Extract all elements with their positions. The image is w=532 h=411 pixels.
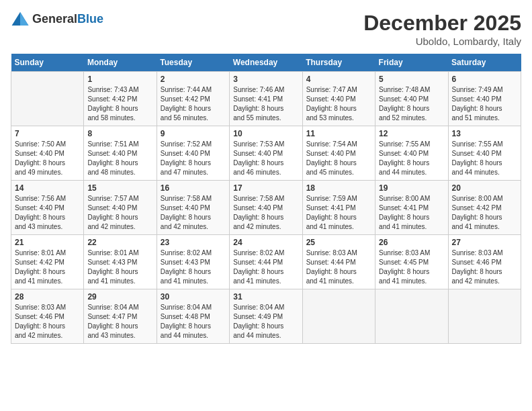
day-info: Sunrise: 7:56 AMSunset: 4:40 PMDaylight:… — [15, 194, 80, 232]
calendar-cell — [302, 289, 375, 344]
calendar-table: SundayMondayTuesdayWednesdayThursdayFrid… — [11, 54, 521, 344]
day-number: 12 — [379, 129, 444, 138]
day-number: 29 — [87, 292, 152, 302]
calendar-cell — [11, 72, 84, 126]
day-number: 21 — [15, 238, 80, 247]
month-title: December 2025 — [363, 11, 521, 36]
weekday-header-tuesday: Tuesday — [157, 54, 229, 72]
day-number: 20 — [452, 183, 517, 193]
day-number: 25 — [306, 238, 371, 247]
day-number: 14 — [15, 183, 80, 193]
calendar-cell: 11Sunrise: 7:54 AMSunset: 4:40 PMDayligh… — [302, 126, 375, 181]
calendar-cell: 9Sunrise: 7:52 AMSunset: 4:40 PMDaylight… — [157, 126, 229, 181]
day-number: 13 — [452, 129, 517, 138]
day-info: Sunrise: 7:48 AMSunset: 4:40 PMDaylight:… — [379, 85, 444, 123]
day-number: 22 — [87, 238, 152, 247]
calendar-cell: 19Sunrise: 8:00 AMSunset: 4:41 PMDayligh… — [375, 181, 448, 235]
day-info: Sunrise: 8:00 AMSunset: 4:41 PMDaylight:… — [379, 194, 444, 232]
calendar-cell: 7Sunrise: 7:50 AMSunset: 4:40 PMDaylight… — [11, 126, 84, 181]
weekday-header-row: SundayMondayTuesdayWednesdayThursdayFrid… — [11, 54, 521, 72]
title-block: December 2025 Uboldo, Lombardy, Italy — [363, 11, 521, 47]
day-info: Sunrise: 7:43 AMSunset: 4:42 PMDaylight:… — [87, 85, 152, 123]
day-number: 4 — [306, 75, 371, 84]
location-subtitle: Uboldo, Lombardy, Italy — [363, 36, 521, 47]
calendar-cell: 30Sunrise: 8:04 AMSunset: 4:48 PMDayligh… — [157, 289, 229, 344]
calendar-cell: 26Sunrise: 8:03 AMSunset: 4:45 PMDayligh… — [375, 235, 448, 289]
page-header: GeneralBlue December 2025 Uboldo, Lombar… — [11, 11, 521, 47]
day-info: Sunrise: 7:57 AMSunset: 4:40 PMDaylight:… — [87, 194, 152, 232]
day-info: Sunrise: 8:01 AMSunset: 4:43 PMDaylight:… — [87, 248, 152, 286]
day-number: 9 — [161, 129, 226, 138]
calendar-cell: 12Sunrise: 7:55 AMSunset: 4:40 PMDayligh… — [375, 126, 448, 181]
logo-blue-text: Blue — [77, 12, 103, 26]
day-number: 10 — [233, 129, 298, 138]
day-info: Sunrise: 8:04 AMSunset: 4:48 PMDaylight:… — [161, 303, 226, 340]
day-info: Sunrise: 7:58 AMSunset: 4:40 PMDaylight:… — [233, 194, 298, 232]
day-info: Sunrise: 8:03 AMSunset: 4:44 PMDaylight:… — [306, 248, 371, 286]
day-number: 17 — [233, 183, 298, 193]
day-info: Sunrise: 7:51 AMSunset: 4:40 PMDaylight:… — [87, 140, 152, 177]
calendar-cell: 16Sunrise: 7:58 AMSunset: 4:40 PMDayligh… — [157, 181, 229, 235]
calendar-cell — [448, 289, 521, 344]
day-number: 24 — [233, 238, 298, 247]
calendar-week-row: 14Sunrise: 7:56 AMSunset: 4:40 PMDayligh… — [11, 181, 521, 235]
day-number: 1 — [87, 75, 152, 84]
day-info: Sunrise: 7:47 AMSunset: 4:40 PMDaylight:… — [306, 85, 371, 123]
logo-general-text: General — [32, 12, 77, 26]
day-info: Sunrise: 7:53 AMSunset: 4:40 PMDaylight:… — [233, 140, 298, 177]
weekday-header-saturday: Saturday — [448, 54, 521, 72]
calendar-week-row: 21Sunrise: 8:01 AMSunset: 4:42 PMDayligh… — [11, 235, 521, 289]
day-info: Sunrise: 7:44 AMSunset: 4:42 PMDaylight:… — [161, 85, 226, 123]
calendar-cell: 23Sunrise: 8:02 AMSunset: 4:43 PMDayligh… — [157, 235, 229, 289]
day-number: 18 — [306, 183, 371, 193]
day-number: 31 — [233, 292, 298, 302]
day-info: Sunrise: 7:55 AMSunset: 4:40 PMDaylight:… — [379, 140, 444, 177]
day-info: Sunrise: 7:49 AMSunset: 4:40 PMDaylight:… — [452, 85, 517, 123]
calendar-week-row: 7Sunrise: 7:50 AMSunset: 4:40 PMDaylight… — [11, 126, 521, 181]
day-info: Sunrise: 7:54 AMSunset: 4:40 PMDaylight:… — [306, 140, 371, 177]
day-info: Sunrise: 8:02 AMSunset: 4:44 PMDaylight:… — [233, 248, 298, 286]
calendar-cell: 2Sunrise: 7:44 AMSunset: 4:42 PMDaylight… — [157, 72, 229, 126]
day-number: 11 — [306, 129, 371, 138]
weekday-header-thursday: Thursday — [302, 54, 375, 72]
day-number: 6 — [452, 75, 517, 84]
day-number: 19 — [379, 183, 444, 193]
weekday-header-sunday: Sunday — [11, 54, 84, 72]
calendar-cell: 6Sunrise: 7:49 AMSunset: 4:40 PMDaylight… — [448, 72, 521, 126]
svg-marker-1 — [20, 12, 28, 26]
day-info: Sunrise: 7:50 AMSunset: 4:40 PMDaylight:… — [15, 140, 80, 177]
calendar-cell: 17Sunrise: 7:58 AMSunset: 4:40 PMDayligh… — [230, 181, 302, 235]
day-number: 16 — [161, 183, 226, 193]
day-info: Sunrise: 8:00 AMSunset: 4:42 PMDaylight:… — [452, 194, 517, 232]
calendar-cell: 3Sunrise: 7:46 AMSunset: 4:41 PMDaylight… — [230, 72, 302, 126]
day-info: Sunrise: 7:52 AMSunset: 4:40 PMDaylight:… — [161, 140, 226, 177]
calendar-cell: 8Sunrise: 7:51 AMSunset: 4:40 PMDaylight… — [84, 126, 157, 181]
calendar-cell: 28Sunrise: 8:03 AMSunset: 4:46 PMDayligh… — [11, 289, 84, 344]
calendar-cell — [375, 289, 448, 344]
day-info: Sunrise: 8:04 AMSunset: 4:47 PMDaylight:… — [87, 303, 152, 340]
day-info: Sunrise: 8:03 AMSunset: 4:45 PMDaylight:… — [379, 248, 444, 286]
calendar-cell: 20Sunrise: 8:00 AMSunset: 4:42 PMDayligh… — [448, 181, 521, 235]
day-number: 27 — [452, 238, 517, 247]
day-number: 28 — [15, 292, 80, 302]
day-info: Sunrise: 7:55 AMSunset: 4:40 PMDaylight:… — [452, 140, 517, 177]
calendar-cell: 14Sunrise: 7:56 AMSunset: 4:40 PMDayligh… — [11, 181, 84, 235]
calendar-cell: 15Sunrise: 7:57 AMSunset: 4:40 PMDayligh… — [84, 181, 157, 235]
logo-icon — [11, 11, 30, 27]
day-number: 5 — [379, 75, 444, 84]
day-info: Sunrise: 8:02 AMSunset: 4:43 PMDaylight:… — [161, 248, 226, 286]
day-info: Sunrise: 8:04 AMSunset: 4:49 PMDaylight:… — [233, 303, 298, 340]
calendar-cell: 5Sunrise: 7:48 AMSunset: 4:40 PMDaylight… — [375, 72, 448, 126]
day-number: 30 — [161, 292, 226, 302]
day-info: Sunrise: 8:03 AMSunset: 4:46 PMDaylight:… — [15, 303, 80, 340]
day-info: Sunrise: 8:01 AMSunset: 4:42 PMDaylight:… — [15, 248, 80, 286]
calendar-cell: 4Sunrise: 7:47 AMSunset: 4:40 PMDaylight… — [302, 72, 375, 126]
logo: GeneralBlue — [11, 11, 103, 27]
day-number: 2 — [161, 75, 226, 84]
calendar-cell: 18Sunrise: 7:59 AMSunset: 4:41 PMDayligh… — [302, 181, 375, 235]
calendar-cell: 1Sunrise: 7:43 AMSunset: 4:42 PMDaylight… — [84, 72, 157, 126]
day-number: 3 — [233, 75, 298, 84]
calendar-week-row: 28Sunrise: 8:03 AMSunset: 4:46 PMDayligh… — [11, 289, 521, 344]
calendar-cell: 25Sunrise: 8:03 AMSunset: 4:44 PMDayligh… — [302, 235, 375, 289]
weekday-header-friday: Friday — [375, 54, 448, 72]
